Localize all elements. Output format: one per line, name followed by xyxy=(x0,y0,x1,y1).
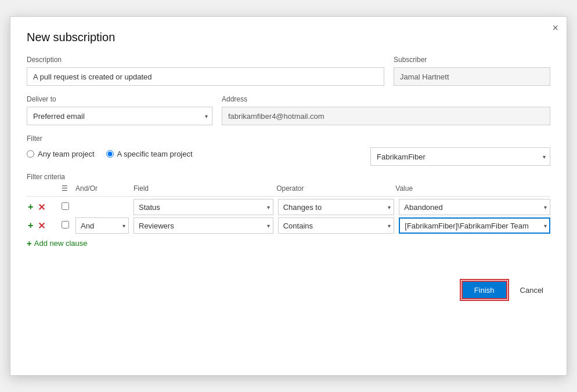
filter-specific-label: A specific team project xyxy=(117,150,193,158)
filter-row-1-field-wrap: Status ▾ xyxy=(134,199,278,215)
filter-any-radio[interactable] xyxy=(27,150,34,158)
subscriber-input xyxy=(394,67,550,86)
header-operator: Operator xyxy=(276,184,395,193)
filter-row-2: + ✕ And Or ▾ Reviewers ▾ xyxy=(27,217,550,234)
filter-row-1-field-select[interactable]: Status xyxy=(134,199,273,215)
filter-row-2-field-select[interactable]: Reviewers xyxy=(134,217,273,234)
filter-label: Filter xyxy=(27,135,550,143)
filter-row-2-andor-wrap: And Or ▾ xyxy=(75,217,134,234)
description-label: Description xyxy=(27,56,384,64)
address-label: Address xyxy=(222,95,550,103)
new-subscription-dialog: × New subscription Description Subscribe… xyxy=(10,16,567,376)
deliver-to-select[interactable]: Preferred email SOAP Webhook xyxy=(27,107,212,125)
close-button[interactable]: × xyxy=(552,23,558,33)
filter-row-2-andor-select[interactable]: And Or xyxy=(75,217,129,234)
address-input xyxy=(222,107,550,125)
filter-specific-project-option[interactable]: A specific team project xyxy=(106,150,193,158)
dialog-title: New subscription xyxy=(27,31,550,44)
project-select-wrap: FabrikamFiber ProjectAlpha ▾ xyxy=(370,147,550,166)
filter-row-2-actions: + ✕ xyxy=(27,220,62,231)
filter-row-1-add-button[interactable]: + xyxy=(27,202,34,212)
filter-row-1-value-select[interactable]: Abandoned xyxy=(399,199,550,215)
filter-row-1-remove-button[interactable]: ✕ xyxy=(37,202,46,213)
filter-any-label: Any team project xyxy=(38,150,95,158)
filter-criteria-header: ☰ And/Or Field Operator Value xyxy=(27,184,550,197)
filter-row-2-value-select[interactable]: [FabrikamFiber]\FabrikamFiber Team xyxy=(399,217,550,234)
header-andor: And/Or xyxy=(75,184,134,193)
add-clause-button[interactable]: + Add new clause xyxy=(27,238,88,248)
description-input[interactable] xyxy=(27,67,384,86)
deliver-to-select-wrap: Preferred email SOAP Webhook ▾ xyxy=(27,107,212,125)
filter-row-2-checkbox-wrap xyxy=(62,221,75,230)
filter-row-2-value-wrap: [FabrikamFiber]\FabrikamFiber Team ▾ xyxy=(399,217,550,234)
filter-row-1: + ✕ Status ▾ Changes to ▾ xyxy=(27,199,550,215)
filter-row-1-value-wrap: Abandoned ▾ xyxy=(399,199,550,215)
project-select[interactable]: FabrikamFiber ProjectAlpha xyxy=(370,147,550,166)
filter-row-2-field-wrap: Reviewers ▾ xyxy=(134,217,278,234)
finish-button[interactable]: Finish xyxy=(461,281,507,299)
filter-row-1-actions: + ✕ xyxy=(27,202,62,213)
filter-row-2-checkbox[interactable] xyxy=(62,221,69,228)
add-clause-plus-icon: + xyxy=(27,238,32,248)
filter-row-2-operator-select[interactable]: Contains xyxy=(278,217,395,234)
filter-row-2-remove-button[interactable]: ✕ xyxy=(37,220,46,231)
subscriber-label: Subscriber xyxy=(394,56,550,64)
deliver-to-label: Deliver to xyxy=(27,95,212,103)
cancel-button[interactable]: Cancel xyxy=(513,281,550,299)
filter-specific-radio[interactable] xyxy=(106,150,114,158)
add-clause-label: Add new clause xyxy=(34,239,88,248)
header-checkbox-icon: ☰ xyxy=(62,184,68,193)
filter-criteria-label: Filter criteria xyxy=(27,173,550,181)
filter-row-2-add-button[interactable]: + xyxy=(27,220,34,231)
filter-row-1-checkbox-wrap xyxy=(62,202,75,212)
dialog-footer: Finish Cancel xyxy=(27,271,550,299)
filter-row-1-operator-select[interactable]: Changes to xyxy=(278,199,395,215)
filter-row-2-operator-wrap: Contains ▾ xyxy=(278,217,399,234)
filter-row-1-checkbox[interactable] xyxy=(62,202,69,210)
filter-row-1-operator-wrap: Changes to ▾ xyxy=(278,199,399,215)
header-field: Field xyxy=(134,184,276,193)
filter-any-project-option[interactable]: Any team project xyxy=(27,150,95,158)
header-value: Value xyxy=(395,184,550,193)
